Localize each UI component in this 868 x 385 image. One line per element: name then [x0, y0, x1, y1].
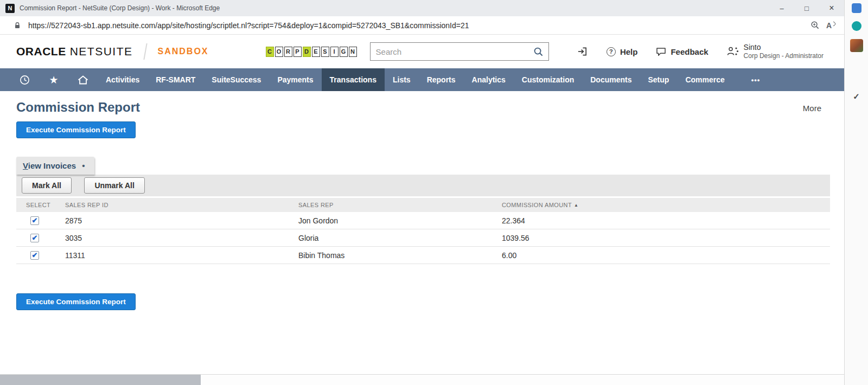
row-checkbox[interactable]: ✔	[30, 251, 39, 260]
mark-all-button[interactable]: Mark All	[22, 177, 72, 194]
nav-item-reports[interactable]: Reports	[419, 68, 464, 91]
column-sales-rep[interactable]: SALES REP	[298, 202, 502, 208]
recents-icon[interactable]	[10, 68, 39, 91]
tab-row: View Invoices •	[16, 157, 830, 175]
nav-item-lists[interactable]: Lists	[385, 68, 419, 91]
logo-letter: P	[293, 47, 302, 57]
cell-sales-rep-id: 11311	[65, 251, 298, 260]
cell-sales-rep: Gloria	[298, 234, 502, 242]
sort-asc-icon: ▲	[574, 203, 578, 208]
unmark-all-button[interactable]: Unmark All	[84, 177, 144, 194]
header-actions: ? Help Feedback	[577, 43, 824, 61]
netsuite-favicon-icon: N	[5, 4, 15, 13]
zoom-icon[interactable]	[810, 21, 820, 30]
page-content: Commission Report More Execute Commissio…	[0, 91, 844, 374]
netsuite-header: ORACLE NETSUITE SANDBOX C O R P D E S I …	[0, 35, 844, 68]
user-info: Sinto Corp Design - Administrator	[744, 43, 824, 61]
row-checkbox[interactable]: ✔	[30, 216, 39, 225]
tab-view-invoices[interactable]: View Invoices •	[16, 157, 94, 175]
help-menu[interactable]: ? Help	[607, 47, 638, 56]
nav-item-activities[interactable]: Activities	[98, 68, 148, 91]
minimize-button[interactable]: –	[769, 0, 794, 16]
header-divider	[143, 43, 147, 60]
feedback-label: Feedback	[671, 47, 708, 56]
nav-item-setup[interactable]: Setup	[640, 68, 677, 91]
tab-bullet-icon: •	[82, 161, 85, 170]
invoices-panel: Mark All Unmark All	[16, 175, 830, 196]
search-input[interactable]	[376, 47, 533, 56]
check-icon: ✔	[32, 217, 38, 224]
cell-sales-rep-id: 2875	[65, 216, 298, 225]
column-commission-amount-label: COMMISSION AMOUNT	[502, 202, 572, 208]
url-field[interactable]: https://5272043-sb1.app.netsuite.com/app…	[28, 21, 804, 30]
oracle-wordmark: ORACLE	[16, 45, 66, 58]
feedback-menu[interactable]: Feedback	[656, 47, 708, 56]
address-bar: https://5272043-sb1.app.netsuite.com/app…	[0, 16, 844, 35]
column-sales-rep-id[interactable]: SALES REP ID	[65, 202, 298, 208]
logo-letter: D	[303, 47, 311, 57]
nav-item-documents[interactable]: Documents	[582, 68, 640, 91]
tab-accesskey: V	[23, 161, 28, 170]
user-name: Sinto	[744, 43, 824, 53]
page-header: Commission Report More	[16, 100, 830, 115]
maximize-button[interactable]: □	[794, 0, 819, 16]
feedback-icon	[656, 47, 666, 56]
logo-letter: O	[275, 47, 283, 57]
logo-letter: S	[321, 47, 329, 57]
lock-icon[interactable]	[13, 21, 22, 30]
nav-item-payments[interactable]: Payments	[269, 68, 321, 91]
browser-window: N Commission Report - NetSuite (Corp Des…	[0, 0, 844, 385]
logo-letter: I	[330, 47, 339, 57]
nav-overflow-icon[interactable]: •••	[742, 68, 770, 91]
nav-item-commerce[interactable]: Commerce	[677, 68, 732, 91]
horizontal-scrollbar-thumb[interactable]	[0, 375, 201, 385]
side-strip-teal-icon[interactable]	[852, 21, 861, 31]
cell-sales-rep: Bibin Thomas	[298, 251, 502, 260]
side-strip-check-icon[interactable]: ✓	[853, 92, 860, 101]
roles-icon	[727, 46, 739, 57]
cell-sales-rep-id: 3035	[65, 234, 298, 242]
check-icon: ✔	[32, 234, 38, 241]
window-title: Commission Report - NetSuite (Corp Desig…	[20, 4, 769, 12]
row-checkbox[interactable]: ✔	[30, 234, 39, 242]
signin-as-icon[interactable]	[577, 46, 588, 57]
logo-letter: G	[340, 47, 348, 57]
table-row: ✔ 11311 Bibin Thomas 6.00	[16, 247, 830, 264]
check-icon: ✔	[32, 252, 38, 259]
cell-sales-rep: Jon Gordon	[298, 216, 502, 225]
netsuite-wordmark: NETSUITE	[70, 45, 133, 58]
column-commission-amount[interactable]: COMMISSION AMOUNT ▲	[502, 202, 830, 208]
edge-side-strip: ✓	[844, 0, 868, 385]
corpdesign-logo: C O R P D E S I G N	[266, 47, 357, 57]
home-icon[interactable]	[68, 68, 98, 91]
nav-item-suitesuccess[interactable]: SuiteSuccess	[203, 68, 269, 91]
logo-letter: R	[284, 47, 292, 57]
logo-letter: E	[312, 47, 320, 57]
side-strip-logo-icon[interactable]	[850, 39, 863, 52]
execute-commission-report-button-top[interactable]: Execute Commission Report	[16, 121, 136, 138]
nav-item-rf-smart[interactable]: RF-SMART	[148, 68, 203, 91]
cell-commission-amount: 6.00	[502, 251, 830, 260]
table-row: ✔ 2875 Jon Gordon 22.364	[16, 212, 830, 229]
table-header-row: SELECT SALES REP ID SALES REP COMMISSION…	[16, 198, 830, 212]
search-icon[interactable]	[533, 47, 544, 57]
horizontal-scrollbar[interactable]	[0, 374, 844, 385]
user-menu[interactable]: Sinto Corp Design - Administrator	[727, 43, 824, 61]
sandbox-badge: SANDBOX	[158, 47, 209, 56]
side-strip-blue-icon[interactable]	[852, 3, 861, 13]
page-title: Commission Report	[16, 100, 140, 115]
read-aloud-icon[interactable]: A	[826, 21, 835, 30]
nav-item-customization[interactable]: Customization	[514, 68, 582, 91]
shortcuts-star-icon[interactable]: ★	[39, 68, 68, 91]
screen: N Commission Report - NetSuite (Corp Des…	[0, 0, 868, 385]
nav-item-analytics[interactable]: Analytics	[464, 68, 514, 91]
more-link[interactable]: More	[803, 104, 821, 113]
nav-item-transactions[interactable]: Transactions	[322, 68, 385, 91]
user-role: Corp Design - Administrator	[744, 52, 824, 60]
logo-letter: N	[349, 47, 357, 57]
execute-commission-report-button-bottom[interactable]: Execute Commission Report	[16, 293, 136, 310]
column-select: SELECT	[16, 202, 65, 208]
logo-letter: C	[266, 47, 274, 57]
close-button[interactable]: ×	[819, 0, 844, 16]
oracle-netsuite-logo: ORACLE NETSUITE	[16, 45, 133, 58]
